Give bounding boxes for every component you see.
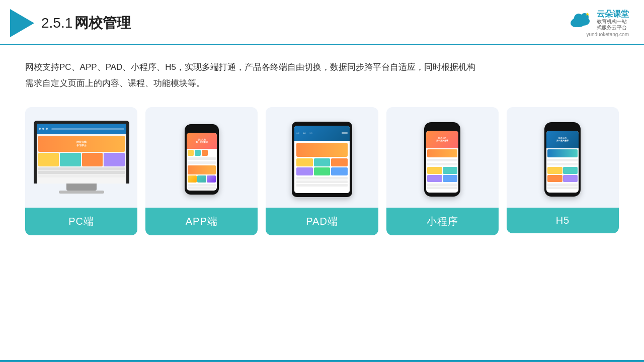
header-right: 云朵课堂 教育机构一站式服务云平台 yunduoketang.com [569, 9, 629, 37]
brand-logo: 云朵课堂 教育机构一站式服务云平台 [569, 9, 629, 31]
cloud-icon [569, 12, 594, 28]
brand-url: yunduoketang.com [586, 32, 629, 37]
app-preview: 职达人的第一堂兴趣课 [145, 107, 258, 208]
pad-mockup: 首页 课程 学习 [292, 122, 352, 197]
h5-card: 职达人的第一堂兴趣课 [507, 107, 619, 233]
miniapp-preview: 职达人的第一堂兴趣课 [386, 107, 499, 208]
app-label: APP端 [145, 208, 258, 235]
header-left: 2.5.1网校管理 [10, 9, 131, 37]
app-phone-mockup: 职达人的第一堂兴趣课 [185, 124, 219, 195]
description: 网校支持PC、APP、PAD、小程序、H5，实现多端打通，产品各终端自由切换，数… [25, 59, 619, 91]
header: 2.5.1网校管理 云朵课堂 教育机构一站式服务云平台 yunduoketang… [0, 0, 644, 45]
pad-label: PAD端 [266, 208, 378, 235]
brand-slogan: 教育机构一站式服务云平台 [597, 19, 627, 31]
brand-name: 云朵课堂 [597, 9, 629, 19]
pc-label: PC端 [25, 208, 137, 235]
miniapp-label: 小程序 [386, 208, 499, 235]
h5-preview: 职达人的第一堂兴趣课 [507, 107, 619, 208]
bottom-bar [0, 360, 644, 362]
miniapp-card: 职达人的第一堂兴趣课 [386, 107, 499, 235]
app-card: 职达人的第一堂兴趣课 [145, 107, 258, 235]
page-title: 2.5.1网校管理 [41, 14, 131, 33]
section-number: 2.5.1 [41, 15, 72, 31]
pc-preview: 网校在线学习平台 [25, 107, 137, 208]
pc-mockup: 网校在线学习平台 [34, 121, 129, 199]
pad-preview: 首页 课程 学习 [266, 107, 378, 208]
pc-card: 网校在线学习平台 [25, 107, 137, 235]
miniapp-phone-mockup: 职达人的第一堂兴趣课 [424, 122, 460, 197]
logo-triangle-icon [10, 9, 34, 37]
h5-phone-mockup: 职达人的第一堂兴趣课 [544, 122, 581, 197]
main-content: 网校支持PC、APP、PAD、小程序、H5，实现多端打通，产品各终端自由切换，数… [0, 45, 644, 245]
h5-label: H5 [507, 208, 619, 233]
cards-container: 网校在线学习平台 [25, 107, 619, 235]
pad-card: 首页 课程 学习 [266, 107, 378, 235]
brand-text-group: 云朵课堂 教育机构一站式服务云平台 [597, 9, 629, 31]
